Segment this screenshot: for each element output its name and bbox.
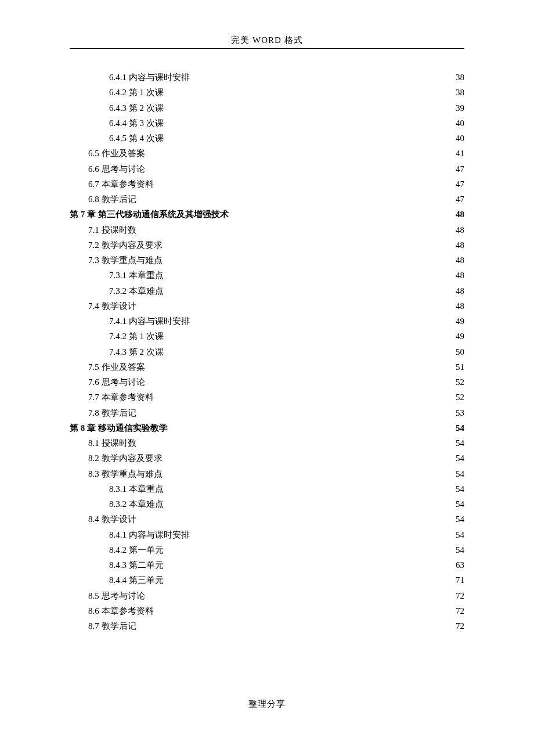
toc-entry-page: 54 (456, 451, 464, 466)
toc-entry: 7.1 授课时数48 (70, 222, 464, 237)
toc-entry: 8.7 教学后记72 (70, 618, 464, 633)
toc-entry-page: 72 (456, 588, 464, 603)
toc-entry-page: 54 (456, 420, 464, 435)
page-footer: 整理分享 (0, 699, 534, 710)
toc-leader-dots (146, 590, 455, 599)
toc-entry-page: 71 (456, 573, 464, 588)
toc-entry: 7.3 教学重点与难点48 (70, 253, 464, 268)
toc-entry-page: 54 (456, 542, 464, 557)
toc-leader-dots (138, 437, 455, 446)
toc-leader-dots (146, 163, 455, 172)
toc-leader-dots (164, 468, 455, 477)
toc-leader-dots (165, 574, 454, 583)
toc-entry-label: 8.6 本章参考资料 (88, 603, 154, 618)
toc-entry-label: 第 7 章 第三代移动通信系统及其增强技术 (70, 207, 229, 222)
toc-leader-dots (138, 407, 455, 416)
toc-leader-dots (165, 285, 454, 294)
toc-leader-dots (138, 300, 455, 309)
toc-entry: 8.2 教学内容及要求54 (70, 451, 464, 466)
toc-entry: 6.7 本章参考资料47 (70, 177, 464, 192)
toc-entry-label: 7.2 教学内容及要求 (88, 237, 163, 253)
toc-entry-page: 50 (456, 344, 464, 359)
toc-entry-label: 6.4.3 第 2 次课 (109, 100, 164, 116)
toc-leader-dots (165, 117, 454, 126)
toc-entry: 7.7 本章参考资料52 (70, 390, 464, 405)
toc-entry-label: 8.4.3 第二单元 (109, 557, 164, 573)
toc-entry: 7.5 作业及答案51 (70, 359, 464, 375)
toc-entry-page: 54 (456, 466, 464, 481)
toc-entry-page: 63 (456, 557, 464, 573)
toc-entry-label: 7.7 本章参考资料 (88, 390, 154, 405)
toc-entry: 8.4 教学设计54 (70, 512, 464, 527)
toc-leader-dots (165, 102, 454, 111)
toc-entry-page: 40 (456, 131, 464, 146)
toc-entry-label: 6.4.1 内容与课时安排 (109, 70, 190, 85)
toc-leader-dots (146, 361, 455, 370)
toc-entry: 8.3.2 本章难点54 (70, 496, 464, 512)
toc-leader-dots (165, 330, 454, 339)
toc-entry-label: 6.7 本章参考资料 (88, 177, 154, 192)
toc-entry: 6.4.5 第 4 次课40 (70, 131, 464, 146)
toc-leader-dots (165, 483, 454, 492)
toc-entry-label: 7.4.2 第 1 次课 (109, 329, 164, 344)
toc-entry: 8.4.4 第三单元71 (70, 573, 464, 588)
toc-entry-label: 6.5 作业及答案 (88, 146, 145, 161)
toc-entry-page: 54 (456, 435, 464, 451)
toc-entry-page: 48 (456, 253, 464, 268)
toc-entry-page: 48 (456, 207, 464, 222)
toc-leader-dots (165, 544, 454, 553)
toc-leader-dots (165, 498, 454, 507)
table-of-contents: 6.4.1 内容与课时安排386.4.2 第 1 次课386.4.3 第 2 次… (70, 70, 464, 633)
toc-leader-dots (165, 87, 454, 95)
toc-entry-label: 7.4.1 内容与课时安排 (109, 314, 190, 329)
toc-leader-dots (164, 239, 455, 248)
toc-entry: 第 8 章 移动通信实验教学 54 (70, 420, 464, 435)
toc-entry-label: 6.4.2 第 1 次课 (109, 85, 164, 100)
toc-entry-page: 54 (456, 527, 464, 542)
toc-leader-dots (146, 376, 455, 385)
page-header: 完美 WORD 格式 (70, 35, 464, 49)
toc-entry-page: 49 (456, 329, 464, 344)
toc-entry-page: 47 (456, 161, 464, 177)
toc-entry-label: 8.7 教学后记 (88, 618, 136, 633)
toc-entry-label: 6.8 教学后记 (88, 192, 136, 207)
toc-entry-page: 48 (456, 237, 464, 253)
toc-leader-dots (230, 208, 454, 217)
toc-entry: 8.6 本章参考资料72 (70, 603, 464, 618)
toc-leader-dots (169, 422, 454, 431)
toc-entry-label: 8.4.4 第三单元 (109, 573, 164, 588)
toc-entry-page: 48 (456, 222, 464, 237)
toc-entry-label: 7.8 教学后记 (88, 405, 136, 420)
toc-entry-label: 8.3.1 本章重点 (109, 481, 164, 496)
toc-leader-dots (191, 529, 454, 538)
toc-entry: 8.1 授课时数54 (70, 435, 464, 451)
toc-entry-label: 7.4 教学设计 (88, 298, 136, 314)
toc-entry-label: 7.1 授课时数 (88, 222, 136, 237)
toc-entry-label: 7.3.2 本章难点 (109, 283, 164, 298)
toc-entry-page: 54 (456, 496, 464, 512)
toc-entry: 7.2 教学内容及要求48 (70, 237, 464, 253)
toc-leader-dots (165, 346, 454, 355)
toc-entry-label: 7.4.3 第 2 次课 (109, 344, 164, 359)
toc-entry: 6.4.4 第 3 次课40 (70, 116, 464, 131)
toc-leader-dots (164, 452, 455, 461)
toc-entry-page: 48 (456, 268, 464, 283)
toc-entry: 6.4.1 内容与课时安排38 (70, 70, 464, 85)
toc-leader-dots (191, 71, 454, 80)
toc-entry-label: 8.4.1 内容与课时安排 (109, 527, 190, 542)
toc-leader-dots (146, 147, 455, 156)
toc-entry: 7.4.2 第 1 次课49 (70, 329, 464, 344)
toc-entry: 6.4.3 第 2 次课39 (70, 100, 464, 116)
toc-entry-page: 72 (456, 618, 464, 633)
toc-entry-label: 8.3.2 本章难点 (109, 496, 164, 512)
toc-entry-label: 8.5 思考与讨论 (88, 588, 145, 603)
toc-entry: 6.5 作业及答案41 (70, 146, 464, 161)
toc-entry-label: 7.6 思考与讨论 (88, 375, 145, 390)
toc-leader-dots (138, 620, 455, 629)
toc-entry: 6.4.2 第 1 次课38 (70, 85, 464, 100)
toc-entry: 8.4.1 内容与课时安排54 (70, 527, 464, 542)
toc-entry-page: 52 (456, 375, 464, 390)
toc-entry-label: 8.3 教学重点与难点 (88, 466, 163, 481)
toc-entry-label: 8.4.2 第一单元 (109, 542, 164, 557)
toc-entry-page: 38 (456, 85, 464, 100)
